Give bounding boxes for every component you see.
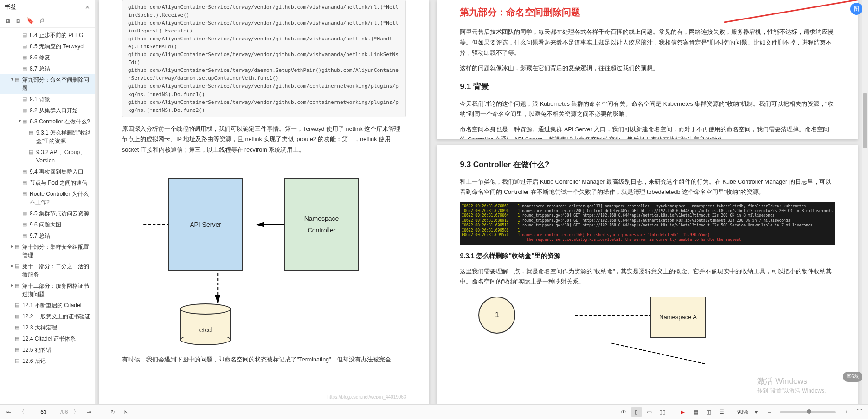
sidebar-close-button[interactable]: ✕ [85, 4, 90, 11]
continuous-view-button[interactable]: ▭ [644, 407, 655, 417]
export-button[interactable]: ⇱ [121, 407, 131, 417]
last-page-button[interactable]: ⇥ [84, 407, 94, 417]
thumbnail-button[interactable]: ◫ [704, 407, 714, 417]
toc-item[interactable]: ▤12.3 大神定理 [0, 322, 95, 333]
bookmarks-sidebar: 书签 ✕ ⧉ ⧈ 🔖 ⎙ ▤8.4 止步不前的 PLEG▤8.5 无响应的 Te… [0, 0, 95, 404]
toc-item-label: 第九部分：命名空间删除问题 [22, 76, 92, 92]
vertical-scrollbar[interactable] [862, 0, 868, 404]
bookmark-item-icon: ▤ [22, 95, 28, 103]
bookmark-item-icon: ▤ [15, 76, 20, 84]
toc-item-label: Route Controller 为什么不工作? [30, 190, 92, 206]
zoom-out-button[interactable]: − [764, 407, 774, 417]
architecture-diagram: API Server Namespace Controller etcd [122, 174, 406, 350]
toc-item-label: 9.7 总结 [30, 232, 92, 240]
rotate-button[interactable]: ↻ [108, 407, 118, 417]
toc-item-label: 12.3 大神定理 [22, 323, 92, 332]
toc-item[interactable]: ▤9.3.1 怎么样删除"收纳盒"里的资源 [0, 127, 95, 147]
log-output: I0622 00:26:31.670869 1 namespaced_resou… [460, 202, 835, 245]
toc-item[interactable]: ▤8.6 修复 [0, 52, 95, 63]
next-page-button[interactable]: 〉 [71, 407, 81, 417]
bookmark-item-icon: ▤ [15, 262, 20, 270]
collapse-all-icon[interactable]: ⧈ [16, 17, 20, 25]
first-page-button[interactable]: ⇤ [4, 407, 14, 417]
api-server-box: API Server [168, 178, 243, 271]
expand-arrow-icon[interactable]: ▾ [9, 76, 15, 83]
toc-item-label: 9.6 问题大图 [30, 220, 92, 229]
toc-item[interactable]: ▤9.4 再次回到集群入口 [0, 166, 95, 177]
toc-item-label: 9.3.2 API、Group、Version [36, 148, 92, 165]
bookmark-add-icon[interactable]: ⎙ [40, 17, 44, 25]
toc-item[interactable]: ▾▤第九部分：命名空间删除问题 [0, 74, 95, 94]
toc-item-label: 12.4 Citadel 证书体系 [22, 335, 92, 343]
paragraph: 今天我们讨论的这个问题，跟 Kubernetes 集群的命名空间有关。命名空间是… [460, 99, 835, 120]
paragraph: 这里我们需要理解一点，就是命名空间作为资源的"收纳盒"，其实是逻辑意义上的概念。… [460, 266, 835, 287]
namespace-a-box: Namespace A [650, 297, 706, 338]
bookmark-item-icon: ▤ [22, 106, 28, 114]
prev-page-button[interactable]: 〈 [17, 407, 27, 417]
zoom-label: 98% [737, 409, 748, 415]
bookmark-item-icon: ▤ [29, 148, 34, 156]
bookmark-item-icon: ▤ [15, 346, 20, 354]
toc-item-label: 9.2 从集群入口开始 [30, 106, 92, 115]
toc-item[interactable]: ▤9.6 问题大图 [0, 219, 95, 230]
two-page-view-button[interactable]: ▯▯ [657, 407, 668, 417]
toc-item[interactable]: ▤9.1 背景 [0, 94, 95, 105]
bookmark-item-icon: ▤ [22, 168, 28, 175]
toc-item-label: 第十二部分：服务网格证书过期问题 [22, 282, 92, 298]
zoom-slider-thumb[interactable] [807, 409, 811, 414]
toc-item[interactable]: ▤8.7 总结 [0, 63, 95, 74]
zoom-dropdown-icon[interactable]: ▾ [751, 407, 761, 417]
bookmark-icon[interactable]: 🔖 [26, 17, 34, 25]
toc-item-label: 12.1 不断重启的 Citadel [22, 301, 92, 309]
toc-item[interactable]: ▤Route Controller 为什么不工作? [0, 188, 95, 208]
bookmark-item-icon: ▤ [22, 220, 28, 228]
fullscreen-button[interactable]: ⛶ [854, 407, 864, 417]
zoom-slider[interactable] [780, 411, 836, 413]
toc-item[interactable]: ▤9.5 集群节点访问云资源 [0, 208, 95, 219]
grid-view-button[interactable]: ▦ [691, 407, 701, 417]
toc-item[interactable]: ▤8.5 无响应的 Terwayd [0, 41, 95, 52]
toc-item[interactable]: ▸▤第十部分：集群安全组配置管理 [0, 241, 95, 261]
svg-line-6 [610, 343, 705, 364]
toc-item-label: 9.1 背景 [30, 95, 92, 103]
bookmark-item-icon: ▤ [15, 323, 20, 331]
toc-item-label: 9.3 Controller 在做什么? [30, 117, 92, 126]
page-number-input[interactable] [30, 408, 58, 416]
toc-item[interactable]: ▤12.5 犯的错 [0, 344, 95, 355]
single-page-view-button[interactable]: ▯ [631, 407, 642, 417]
toc-item[interactable]: ▤9.3.2 API、Group、Version [0, 147, 95, 166]
namespace-controller-box: Namespace Controller [284, 178, 359, 271]
toc-item[interactable]: ▤9.2 从集群入口开始 [0, 105, 95, 116]
toc-item[interactable]: ▤12.4 Citadel 证书体系 [0, 333, 95, 344]
toc-item[interactable]: ▤12.2 一般意义上的证书验证 [0, 311, 95, 322]
toc-item[interactable]: ▤节点与 Pod 之间的通信 [0, 177, 95, 188]
toc-item[interactable]: ▸▤第十一部分：二分之一活的微服务 [0, 261, 95, 280]
zoom-in-button[interactable]: + [841, 407, 851, 417]
toc-item-label: 节点与 Pod 之间的通信 [30, 179, 92, 187]
expand-arrow-icon[interactable]: ▾ [17, 117, 22, 124]
toc-item[interactable]: ▤12.6 后记 [0, 355, 95, 367]
page-right-bottom: 9.3 Controller 在做什么? 和上一节类似，我们通过开启 Kube … [437, 145, 858, 404]
expand-arrow-icon[interactable]: ▸ [9, 243, 15, 250]
toc-item[interactable]: ▤12.1 不断重启的 Citadel [0, 300, 95, 311]
outline-button[interactable]: ☰ [717, 407, 727, 417]
toc-item[interactable]: ▾▤9.3 Controller 在做什么? [0, 116, 95, 127]
assistant-float-button[interactable]: 图 [850, 3, 862, 15]
expand-all-icon[interactable]: ⧉ [6, 17, 10, 25]
toc-item[interactable]: ▤9.7 总结 [0, 230, 95, 241]
float-badge[interactable]: 军6秋 [843, 372, 862, 382]
bookmark-item-icon: ▤ [15, 335, 20, 342]
etcd-cylinder: etcd [180, 303, 231, 345]
paragraph: 这样的问题就像冰山，影藏在它们背后的复杂逻辑，往往超过我们的预想。 [460, 63, 835, 74]
view-mode-icon[interactable]: 👁 [618, 407, 629, 417]
expand-arrow-icon[interactable]: ▸ [9, 262, 15, 269]
expand-arrow-icon[interactable]: ▸ [9, 282, 15, 289]
toc-item[interactable]: ▤8.4 止步不前的 PLEG [0, 30, 95, 41]
scroll-thumb[interactable] [863, 93, 867, 148]
bookmark-item-icon: ▤ [15, 357, 20, 365]
bookmark-item-icon: ▤ [22, 53, 28, 61]
toc-item-label: 8.6 修复 [30, 53, 92, 62]
toc-item[interactable]: ▸▤第十二部分：服务网格证书过期问题 [0, 280, 95, 300]
page-total-label: /86 [60, 409, 68, 415]
slideshow-button[interactable]: ▶ [678, 407, 688, 417]
